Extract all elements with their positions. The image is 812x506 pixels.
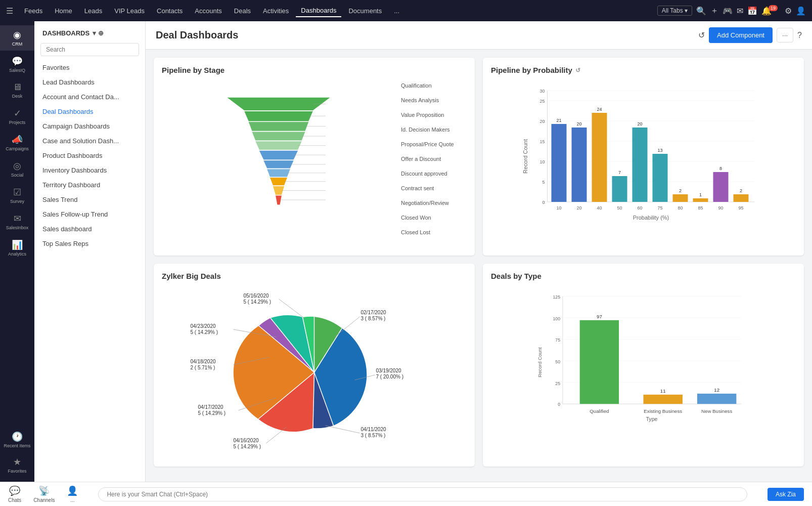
bar-50[interactable]: [612, 176, 627, 202]
search-icon[interactable]: 🔍: [696, 6, 706, 16]
svg-text:05/16/2020: 05/16/2020: [244, 293, 269, 299]
funnel-label-discount-approved: Discount approved: [401, 171, 467, 177]
sidebar-item-sales-dashboard[interactable]: Sales dashboard: [34, 222, 145, 236]
bar-95[interactable]: [734, 194, 749, 202]
bar-80[interactable]: [673, 194, 688, 202]
funnel-label-contract-sent: Contract sent: [401, 185, 467, 191]
deals-type-title: Deals by Type: [491, 272, 796, 280]
add-dashboard-button[interactable]: ▾ ⊕: [93, 29, 104, 37]
contacts-label: ...: [70, 497, 74, 503]
nav-vip-leads[interactable]: VIP Leads: [109, 5, 150, 17]
sidebar-item-analytics[interactable]: 📊 Analytics: [0, 235, 34, 261]
svg-text:20: 20: [576, 205, 581, 210]
nav-activities[interactable]: Activities: [258, 5, 294, 17]
sidebar-item-salesiq[interactable]: 💬 SalesIQ: [0, 52, 34, 77]
pipeline-probability-title: Pipeline by Probability ↺: [491, 66, 796, 74]
more-options-button[interactable]: ···: [777, 28, 793, 43]
svg-marker-1: [244, 111, 312, 121]
bar-60[interactable]: [633, 128, 648, 202]
sidebar-item-inventory[interactable]: Inventory Dashboards: [34, 163, 145, 178]
sidebar-item-recent[interactable]: 🕐 Recent Items: [1, 427, 33, 452]
avatar[interactable]: 👤: [796, 6, 806, 16]
contacts-icon: 👤: [67, 485, 78, 496]
sidebar-item-salesinbox[interactable]: ✉ SalesInbox: [0, 209, 34, 234]
svg-text:60: 60: [637, 205, 642, 210]
svg-text:50: 50: [617, 205, 622, 210]
sidebar-item-favorites[interactable]: Favorites: [34, 60, 145, 75]
bar-90[interactable]: [713, 172, 729, 202]
bar-10[interactable]: [552, 124, 567, 202]
survey-icon: ☑: [13, 187, 21, 198]
bottom-item-chats[interactable]: 💬 Chats: [8, 485, 21, 503]
sidebar-item-crm[interactable]: ◉ CRM: [0, 25, 34, 51]
sidebar-item-projects[interactable]: ✓ Projects: [0, 104, 34, 129]
sidebar-item-survey[interactable]: ☑ Survey: [0, 183, 34, 208]
svg-marker-5: [259, 151, 297, 160]
calendar-icon[interactable]: 📅: [747, 6, 757, 16]
refresh-prob-icon[interactable]: ↺: [575, 67, 580, 74]
nav-dashboards[interactable]: Dashboards: [296, 5, 341, 17]
funnel-label-proposal: Proposal/Price Quote: [401, 141, 467, 147]
nav-documents[interactable]: Documents: [343, 5, 387, 17]
sidebar-item-territory[interactable]: Territory Dashboard: [34, 178, 145, 192]
svg-text:Qualified: Qualified: [590, 408, 609, 414]
funnel-label-needs-analysis: Needs Analysis: [401, 97, 467, 103]
sidebar-search[interactable]: [40, 43, 139, 56]
bar-existing[interactable]: [644, 395, 683, 404]
nav-home[interactable]: Home: [50, 5, 77, 17]
gamepad-icon[interactable]: 🎮: [723, 6, 733, 16]
svg-text:85: 85: [698, 205, 703, 210]
hamburger-icon[interactable]: ☰: [6, 6, 13, 16]
sidebar-item-campaign[interactable]: Campaign Dashboards: [34, 119, 145, 134]
svg-text:21: 21: [556, 118, 561, 123]
sidebar-item-lead-dashboards[interactable]: Lead Dashboards: [34, 75, 145, 90]
nav-right: All Tabs ▾ 🔍 ＋ 🎮 ✉ 📅 🔔19 ⚙ 👤: [657, 6, 806, 16]
nav-feeds[interactable]: Feeds: [19, 5, 48, 17]
nav-contacts[interactable]: Contacts: [152, 5, 188, 17]
bar-40[interactable]: [592, 113, 607, 202]
sidebar-item-sales-trend[interactable]: Sales Trend: [34, 192, 145, 207]
sidebar-item-account-contact[interactable]: Account and Contact Da...: [34, 90, 145, 104]
bar-qualified[interactable]: [580, 320, 619, 404]
page-title: Deal Dashboards: [156, 29, 698, 41]
svg-text:Probability (%): Probability (%): [633, 215, 669, 221]
svg-text:Existing Business: Existing Business: [644, 408, 682, 414]
sidebar-item-social[interactable]: ◎ Social: [0, 156, 34, 182]
nav-accounts[interactable]: Accounts: [190, 5, 227, 17]
sidebar-item-sales-followup[interactable]: Sales Follow-up Trend: [34, 207, 145, 222]
bar-new-business[interactable]: [697, 394, 736, 404]
refresh-button[interactable]: ↺: [698, 30, 705, 40]
sidebar-item-product[interactable]: Product Dashboards: [34, 148, 145, 163]
sidebar-item-case-solution[interactable]: Case and Solution Dash...: [34, 134, 145, 148]
ask-zia-button[interactable]: Ask Zia: [768, 488, 804, 501]
bar-85[interactable]: [693, 198, 708, 202]
bar-75[interactable]: [653, 154, 668, 202]
settings-icon[interactable]: ⚙: [785, 6, 792, 16]
sidebar-item-desk[interactable]: 🖥 Desk: [0, 78, 34, 103]
add-component-button[interactable]: Add Component: [709, 27, 773, 43]
add-icon[interactable]: ＋: [710, 6, 718, 16]
nav-deals[interactable]: Deals: [229, 5, 256, 17]
nav-leads[interactable]: Leads: [79, 5, 107, 17]
mail-icon[interactable]: ✉: [737, 6, 743, 16]
sidebar-item-favorites[interactable]: ★ Favorites: [1, 452, 33, 478]
svg-marker-2: [248, 122, 308, 131]
bottom-item-channels[interactable]: 📡 Channels: [33, 485, 55, 503]
notification-icon[interactable]: 🔔19: [761, 6, 781, 16]
funnel-label-decision-makers: Id. Decision Makers: [401, 126, 467, 133]
sidebar-item-campaigns[interactable]: 📣 Campaigns: [0, 130, 34, 155]
all-tabs-dropdown[interactable]: All Tabs ▾: [657, 6, 692, 16]
bar-20[interactable]: [572, 128, 587, 202]
dashboards-title: DASHBOARDS: [42, 29, 89, 37]
nav-more[interactable]: ...: [389, 5, 404, 17]
funnel-label-value-prop: Value Proposition: [401, 112, 467, 118]
smart-chat-input[interactable]: [98, 487, 747, 501]
sidebar-item-top-sales[interactable]: Top Sales Reps: [34, 236, 145, 251]
pipeline-by-stage-card: Pipeline by Stage: [154, 58, 475, 256]
help-icon[interactable]: ?: [797, 31, 802, 40]
svg-marker-4: [255, 141, 301, 150]
bottom-item-contacts[interactable]: 👤 ...: [67, 485, 78, 503]
projects-icon: ✓: [14, 108, 21, 119]
svg-text:04/16/2020: 04/16/2020: [234, 438, 259, 443]
sidebar-item-deal-dashboards[interactable]: Deal Dashboards: [34, 104, 145, 119]
